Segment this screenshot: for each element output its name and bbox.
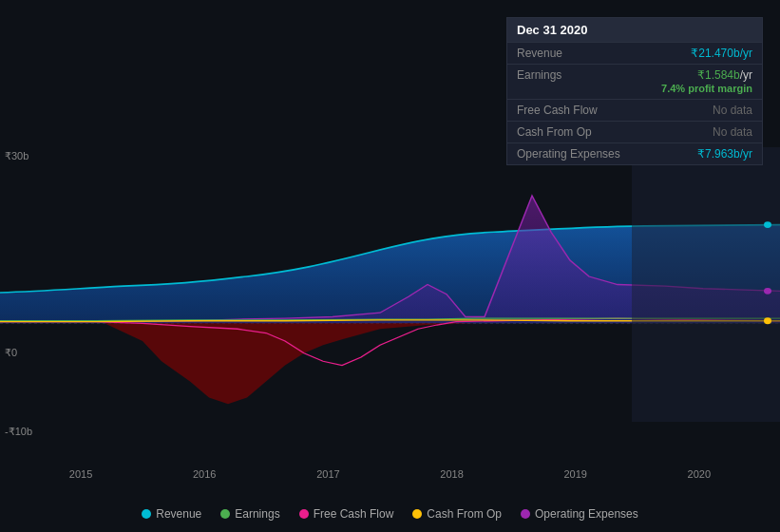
legend-fcf-label: Free Cash Flow — [314, 507, 394, 521]
x-label-2019: 2019 — [563, 468, 586, 480]
tooltip-revenue-value: ₹21.470b/yr — [691, 47, 752, 60]
x-label-2016: 2016 — [193, 468, 216, 480]
tooltip-earnings-label: Earnings — [517, 68, 561, 82]
tooltip-opex-row: Operating Expenses ₹7.963b/yr — [507, 142, 762, 164]
legend-earnings[interactable]: Earnings — [220, 507, 279, 521]
x-label-2015: 2015 — [69, 468, 92, 480]
tooltip-cfo-value: No data — [713, 125, 752, 139]
legend-fcf-dot — [299, 509, 309, 519]
tooltip-opex-value: ₹7.963b/yr — [697, 147, 752, 161]
x-label-2017: 2017 — [316, 468, 339, 480]
chart-svg — [0, 147, 780, 470]
tooltip-fcf-value: No data — [713, 104, 752, 117]
legend-revenue-label: Revenue — [156, 507, 201, 521]
tooltip-profit-margin: 7.4% profit margin — [661, 83, 752, 94]
tooltip-earnings-row: Earnings ₹1.584b/yr 7.4% profit margin — [507, 64, 762, 99]
legend-cfo[interactable]: Cash From Op — [412, 507, 502, 521]
svg-rect-1 — [632, 147, 780, 422]
tooltip-earnings-value: ₹1.584b/yr 7.4% profit margin — [661, 68, 752, 95]
x-axis-labels: 2015 2016 2017 2018 2019 2020 — [19, 468, 761, 480]
legend-cfo-label: Cash From Op — [427, 507, 502, 521]
tooltip-date: Dec 31 2020 — [507, 18, 762, 42]
legend-revenue[interactable]: Revenue — [142, 507, 201, 521]
svg-point-3 — [764, 288, 771, 294]
tooltip-fcf-row: Free Cash Flow No data — [507, 99, 762, 121]
legend-cfo-dot — [412, 509, 422, 519]
tooltip-cfo-label: Cash From Op — [517, 125, 592, 139]
tooltip-revenue-label: Revenue — [517, 47, 562, 60]
legend-opex[interactable]: Operating Expenses — [521, 507, 638, 521]
tooltip-cfo-row: Cash From Op No data — [507, 121, 762, 142]
x-label-2018: 2018 — [440, 468, 463, 480]
x-label-2020: 2020 — [688, 468, 711, 480]
svg-point-4 — [764, 317, 771, 324]
legend-opex-dot — [521, 509, 530, 519]
tooltip-opex-label: Operating Expenses — [517, 147, 620, 161]
tooltip-panel: Dec 31 2020 Revenue ₹21.470b/yr Earnings… — [506, 17, 763, 165]
chart-legend: Revenue Earnings Free Cash Flow Cash Fro… — [0, 507, 780, 521]
tooltip-revenue-row: Revenue ₹21.470b/yr — [507, 42, 762, 64]
legend-opex-label: Operating Expenses — [535, 507, 638, 521]
legend-revenue-dot — [142, 509, 151, 519]
legend-earnings-dot — [220, 509, 230, 519]
tooltip-fcf-label: Free Cash Flow — [517, 104, 598, 117]
legend-fcf[interactable]: Free Cash Flow — [299, 507, 394, 521]
svg-point-2 — [764, 221, 771, 228]
legend-earnings-label: Earnings — [235, 507, 279, 521]
